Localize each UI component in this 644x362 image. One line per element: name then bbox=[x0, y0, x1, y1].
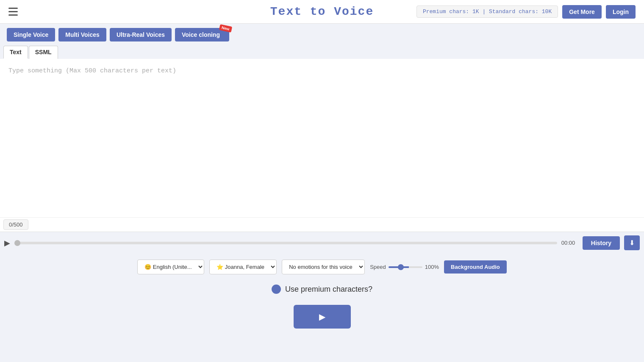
premium-info: Premium chars: 1K | Standard chars: 10K bbox=[416, 6, 558, 18]
text-input[interactable] bbox=[0, 59, 644, 216]
tab-single-voice[interactable]: Single Voice bbox=[7, 28, 55, 41]
play-button[interactable]: ▶ bbox=[4, 238, 10, 248]
language-select[interactable]: 😊 English (Unite... English (UK) Spanish… bbox=[137, 260, 204, 274]
premium-label: Use premium characters? bbox=[285, 285, 372, 294]
tab-multi-voices[interactable]: Multi Voices bbox=[58, 28, 106, 41]
tab-ssml[interactable]: SSML bbox=[29, 46, 58, 59]
page-title: Text to Voice bbox=[270, 5, 374, 18]
download-icon: ⬇ bbox=[629, 239, 635, 246]
controls-row: 😊 English (Unite... English (UK) Spanish… bbox=[0, 254, 644, 280]
nav-tabs: Single Voice Multi Voices Ultra-Real Voi… bbox=[0, 24, 644, 46]
main-content bbox=[0, 59, 644, 217]
tab-ultra-real-voices[interactable]: Ultra-Real Voices bbox=[110, 28, 172, 41]
voice-select[interactable]: ⭐ Joanna, Female Matthew, Male Ivy, Fema… bbox=[209, 260, 277, 274]
speed-control: Speed 100% bbox=[370, 264, 439, 270]
progress-bar[interactable] bbox=[14, 242, 557, 244]
time-display: 00:00 bbox=[561, 240, 578, 246]
audio-player: ▶ 00:00 History ⬇ bbox=[0, 232, 644, 254]
download-button[interactable]: ⬇ bbox=[624, 235, 640, 250]
header: Text to Voice Premium chars: 1K | Standa… bbox=[0, 0, 644, 24]
header-actions: Premium chars: 1K | Standard chars: 10K … bbox=[416, 5, 636, 19]
login-button[interactable]: Login bbox=[606, 5, 636, 19]
speed-slider[interactable] bbox=[389, 266, 422, 268]
progress-thumb bbox=[14, 240, 20, 246]
background-audio-button[interactable]: Background Audio bbox=[444, 260, 507, 274]
char-counter-row: 0/500 bbox=[0, 217, 644, 232]
emotions-select[interactable]: No emotions for this voice bbox=[282, 260, 365, 274]
content-tabs: Text SSML bbox=[0, 46, 644, 59]
history-button[interactable]: History bbox=[583, 236, 620, 250]
generate-icon: ▶ bbox=[319, 312, 325, 321]
speed-value: 100% bbox=[425, 264, 439, 270]
play-icon: ▶ bbox=[4, 239, 10, 247]
hamburger-menu[interactable] bbox=[8, 8, 18, 16]
char-counter: 0/500 bbox=[3, 219, 28, 230]
premium-row: Use premium characters? bbox=[0, 280, 644, 298]
tab-voice-cloning[interactable]: Voice cloning New bbox=[175, 28, 229, 41]
voice-cloning-badge: New bbox=[219, 24, 232, 33]
speed-label: Speed bbox=[370, 264, 386, 270]
tab-text[interactable]: Text bbox=[3, 46, 28, 59]
get-more-button[interactable]: Get More bbox=[562, 5, 602, 19]
generate-button[interactable]: ▶ bbox=[294, 305, 351, 329]
generate-row: ▶ bbox=[0, 298, 644, 335]
premium-toggle[interactable] bbox=[272, 285, 281, 294]
